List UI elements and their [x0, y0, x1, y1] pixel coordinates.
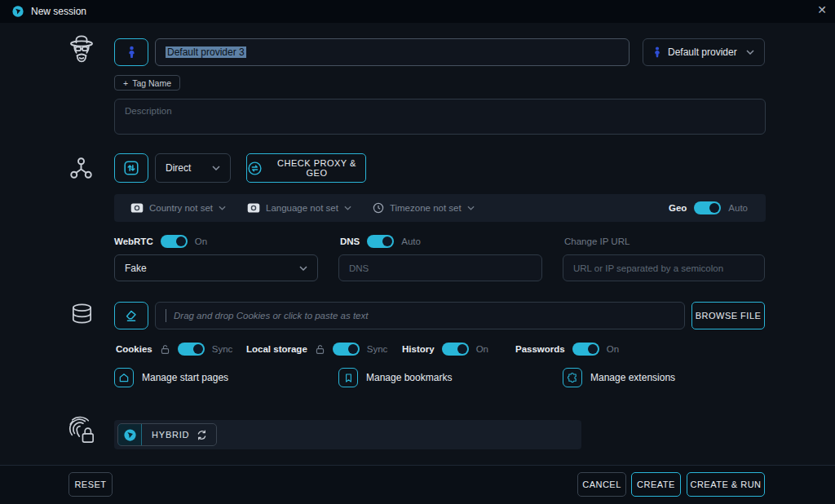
timezone-dropdown-value: Timezone not set	[390, 203, 462, 213]
history-toggle-group: History On	[402, 343, 488, 356]
profile-section-icon	[65, 33, 98, 69]
reset-button[interactable]: RESET	[68, 472, 113, 497]
passwords-label: Passwords	[515, 344, 565, 354]
description-textarea[interactable]: Description	[114, 99, 766, 135]
history-label: History	[402, 344, 435, 354]
country-dropdown-value: Country not set	[149, 203, 213, 213]
clock-icon	[373, 202, 384, 214]
manage-start-pages-label: Manage start pages	[142, 372, 228, 383]
create-and-run-button[interactable]: CREATE & RUN	[687, 472, 765, 497]
chevron-down-icon	[212, 166, 220, 170]
person-icon	[127, 46, 136, 59]
webrtc-toggle-group: WebRTC On	[114, 235, 207, 248]
unlock-icon[interactable]	[160, 344, 170, 355]
regenerate-icon	[196, 429, 216, 441]
manage-start-pages-button[interactable]: Manage start pages	[114, 368, 228, 387]
change-ip-url-input[interactable]: URL or IP separated by a semicolon	[563, 254, 765, 281]
passwords-state: On	[607, 344, 619, 354]
cookies-toggle-group: Cookies Sync	[116, 343, 232, 356]
create-and-run-label: CREATE & RUN	[690, 480, 761, 489]
geo-state: Auto	[728, 203, 748, 213]
local-storage-state: Sync	[367, 344, 388, 354]
dns-input[interactable]: DNS	[338, 254, 542, 281]
history-state: On	[476, 344, 488, 354]
manage-bookmarks-label: Manage bookmarks	[366, 372, 452, 383]
proxy-type-value: Direct	[166, 162, 191, 174]
person-icon	[653, 46, 661, 58]
cookies-toggle[interactable]	[178, 343, 205, 356]
exchange-icon	[247, 161, 263, 176]
title-bar: New session ✕	[0, 0, 835, 23]
language-dropdown-value: Language not set	[266, 203, 338, 213]
dns-toggle-group: DNS Auto	[340, 235, 421, 248]
create-button[interactable]: CREATE	[631, 472, 681, 497]
session-name-value: Default provider 3	[166, 46, 246, 58]
home-icon	[114, 368, 134, 387]
provider-dropdown[interactable]: Default provider	[643, 38, 765, 66]
passwords-toggle[interactable]	[572, 343, 599, 356]
cancel-button[interactable]: CANCEL	[577, 472, 626, 497]
chevron-down-icon	[746, 50, 754, 55]
cookies-label: Cookies	[116, 344, 152, 354]
country-dropdown[interactable]: Country not set	[130, 203, 226, 213]
chevron-down-icon	[219, 206, 226, 210]
local-storage-toggle-group: Local storage Sync	[246, 343, 387, 356]
manage-bookmarks-button[interactable]: Manage bookmarks	[338, 368, 452, 387]
chevron-down-icon	[344, 206, 351, 210]
browse-file-button[interactable]: BROWSE FILE	[691, 302, 765, 329]
profile-icon-button[interactable]	[114, 38, 148, 66]
fingerprint-mode-button[interactable]: HYBRID	[117, 423, 217, 446]
browse-file-label: BROWSE FILE	[696, 311, 762, 321]
history-toggle[interactable]	[442, 343, 469, 356]
local-storage-label: Local storage	[246, 344, 307, 354]
webrtc-toggle[interactable]	[161, 235, 188, 248]
webrtc-state: On	[195, 237, 207, 246]
dns-state: Auto	[401, 237, 421, 246]
app-logo-icon	[117, 423, 142, 446]
dns-toggle[interactable]	[367, 235, 394, 248]
cookies-state: Sync	[212, 344, 233, 354]
timezone-dropdown[interactable]: Timezone not set	[373, 202, 475, 214]
manage-extensions-label: Manage extensions	[590, 372, 675, 383]
webrtc-label: WebRTC	[114, 237, 153, 246]
cookies-dropzone-placeholder: Drag and drop Cookies or click to paste …	[174, 311, 368, 321]
geo-label: Geo	[669, 203, 687, 213]
proxy-type-dropdown[interactable]: Direct	[155, 153, 231, 183]
geo-toggle-group: Geo Auto	[669, 201, 748, 214]
proxy-icon-button[interactable]	[114, 153, 148, 183]
chevron-down-icon	[467, 206, 475, 210]
flag-icon	[247, 203, 260, 213]
swap-vertical-icon	[122, 159, 140, 177]
cookies-dropzone[interactable]: Drag and drop Cookies or click to paste …	[155, 302, 685, 329]
geo-toggle[interactable]	[694, 201, 721, 214]
local-storage-toggle[interactable]	[333, 343, 360, 356]
reset-label: RESET	[74, 480, 106, 489]
plus-icon: +	[123, 78, 128, 88]
passwords-toggle-group: Passwords On	[515, 343, 619, 356]
add-tag-button[interactable]: + Tag Name	[114, 75, 180, 91]
bookmark-icon	[338, 368, 358, 387]
check-proxy-geo-button[interactable]: CHECK PROXY & GEO	[246, 153, 366, 183]
fingerprint-mode-label: HYBRID	[142, 430, 196, 440]
create-label: CREATE	[637, 480, 675, 489]
session-name-input[interactable]: Default provider 3	[155, 38, 630, 66]
text-caret	[166, 309, 166, 322]
eraser-icon	[123, 307, 139, 324]
clear-cookies-button[interactable]	[114, 302, 148, 329]
add-tag-label: Tag Name	[132, 78, 171, 88]
webrtc-mode-value: Fake	[125, 263, 147, 274]
proxy-section-icon	[68, 155, 95, 182]
webrtc-mode-dropdown[interactable]: Fake	[114, 254, 318, 281]
language-dropdown[interactable]: Language not set	[247, 203, 351, 213]
app-logo-icon	[12, 6, 24, 17]
geo-settings-panel: Country not set Language not set Timezon…	[114, 194, 766, 222]
extension-icon	[563, 368, 582, 387]
unlock-icon[interactable]	[315, 344, 325, 355]
change-ip-url-label: Change IP URL	[564, 237, 630, 246]
check-proxy-geo-label: CHECK PROXY & GEO	[268, 158, 365, 178]
close-icon[interactable]: ✕	[817, 4, 827, 15]
fingerprint-section-icon	[64, 413, 98, 446]
provider-dropdown-value: Default provider	[668, 46, 737, 58]
change-ip-url-placeholder: URL or IP separated by a semicolon	[573, 263, 723, 273]
manage-extensions-button[interactable]: Manage extensions	[563, 368, 675, 387]
